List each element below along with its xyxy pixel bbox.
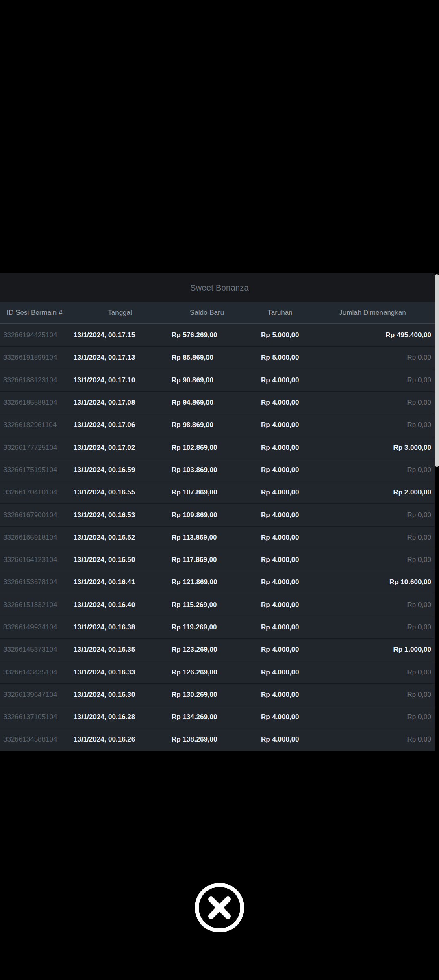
cell-new-balance: Rp 98.869,00	[171, 421, 260, 429]
cell-bet: Rp 4.000,00	[260, 444, 325, 452]
cell-amount-won: Rp 0,00	[325, 713, 435, 721]
table-row: 3326618296110413/1/2024, 00.17.06Rp 98.8…	[0, 414, 439, 436]
close-button[interactable]	[193, 881, 246, 934]
cell-date: 13/1/2024, 00.16.30	[69, 691, 171, 699]
table-row: 3326619442510413/1/2024, 00.17.15Rp 576.…	[0, 324, 439, 346]
cell-amount-won: Rp 0,00	[325, 668, 435, 676]
cell-date: 13/1/2024, 00.16.28	[69, 713, 171, 721]
cell-new-balance: Rp 576.269,00	[171, 331, 260, 339]
cell-bet: Rp 4.000,00	[260, 578, 325, 586]
cell-session-id: 33266165918104	[0, 533, 69, 542]
cell-bet: Rp 4.000,00	[260, 601, 325, 609]
table-row: 3326616412310413/1/2024, 00.16.50Rp 117.…	[0, 549, 439, 571]
table-row: 3326613458810413/1/2024, 00.16.26Rp 138.…	[0, 728, 439, 750]
cell-bet: Rp 4.000,00	[260, 376, 325, 384]
cell-amount-won: Rp 0,00	[325, 556, 435, 564]
cell-new-balance: Rp 102.869,00	[171, 444, 260, 452]
cell-date: 13/1/2024, 00.16.41	[69, 578, 171, 586]
table-row: 3326615183210413/1/2024, 00.16.40Rp 115.…	[0, 594, 439, 616]
table-row: 3326614343510413/1/2024, 00.16.33Rp 126.…	[0, 661, 439, 683]
cell-amount-won: Rp 0,00	[325, 376, 435, 384]
cell-amount-won: Rp 2.000,00	[325, 488, 435, 497]
scrollbar-thumb[interactable]	[435, 274, 439, 467]
column-header-amount-won: Jumlah Dimenangkan	[325, 309, 435, 317]
cell-date: 13/1/2024, 00.17.02	[69, 444, 171, 452]
cell-new-balance: Rp 117.869,00	[171, 556, 260, 564]
cell-date: 13/1/2024, 00.16.53	[69, 511, 171, 519]
cell-session-id: 33266182961104	[0, 421, 69, 429]
modal-title-bar: Sweet Bonanza	[0, 273, 439, 302]
cell-session-id: 33266194425104	[0, 331, 69, 339]
cell-bet: Rp 4.000,00	[260, 556, 325, 564]
cell-amount-won: Rp 0,00	[325, 735, 435, 744]
cell-amount-won: Rp 3.000,00	[325, 444, 435, 452]
cell-amount-won: Rp 0,00	[325, 399, 435, 407]
cell-session-id: 33266188123104	[0, 376, 69, 384]
cell-bet: Rp 4.000,00	[260, 511, 325, 519]
cell-new-balance: Rp 103.869,00	[171, 466, 260, 474]
cell-bet: Rp 4.000,00	[260, 713, 325, 721]
cell-session-id: 33266185588104	[0, 399, 69, 407]
cell-amount-won: Rp 495.400,00	[325, 331, 435, 339]
cell-date: 13/1/2024, 00.16.59	[69, 466, 171, 474]
column-header-bet: Taruhan	[260, 309, 325, 317]
cell-amount-won: Rp 1.000,00	[325, 646, 435, 654]
cell-date: 13/1/2024, 00.16.55	[69, 488, 171, 497]
column-header-session-id: ID Sesi Bermain #	[0, 309, 69, 317]
table-row: 3326619189910413/1/2024, 00.17.13Rp 85.8…	[0, 346, 439, 369]
cell-session-id: 33266137105104	[0, 713, 69, 721]
cell-date: 13/1/2024, 00.16.38	[69, 623, 171, 631]
cell-amount-won: Rp 0,00	[325, 623, 435, 631]
cell-date: 13/1/2024, 00.17.06	[69, 421, 171, 429]
cell-new-balance: Rp 138.269,00	[171, 735, 260, 744]
cell-date: 13/1/2024, 00.16.52	[69, 533, 171, 542]
cell-bet: Rp 4.000,00	[260, 399, 325, 407]
cell-new-balance: Rp 113.869,00	[171, 533, 260, 542]
cell-new-balance: Rp 85.869,00	[171, 353, 260, 362]
cell-new-balance: Rp 130.269,00	[171, 691, 260, 699]
cell-bet: Rp 4.000,00	[260, 421, 325, 429]
table-row: 3326617041010413/1/2024, 00.16.55Rp 107.…	[0, 481, 439, 503]
scrollbar-track[interactable]	[435, 273, 439, 751]
cell-session-id: 33266177725104	[0, 444, 69, 452]
cell-new-balance: Rp 90.869,00	[171, 376, 260, 384]
table-row: 3326614537310413/1/2024, 00.16.35Rp 123.…	[0, 638, 439, 661]
cell-date: 13/1/2024, 00.17.10	[69, 376, 171, 384]
cell-session-id: 33266143435104	[0, 668, 69, 676]
cell-bet: Rp 4.000,00	[260, 646, 325, 654]
cell-date: 13/1/2024, 00.16.50	[69, 556, 171, 564]
cell-new-balance: Rp 121.869,00	[171, 578, 260, 586]
cell-date: 13/1/2024, 00.16.26	[69, 735, 171, 744]
column-header-new-balance: Saldo Baru	[171, 309, 260, 317]
cell-session-id: 33266164123104	[0, 556, 69, 564]
cell-amount-won: Rp 0,00	[325, 511, 435, 519]
cell-bet: Rp 4.000,00	[260, 623, 325, 631]
cell-new-balance: Rp 123.269,00	[171, 646, 260, 654]
cell-session-id: 33266191899104	[0, 353, 69, 362]
column-header-date: Tanggal	[69, 309, 171, 317]
cell-bet: Rp 4.000,00	[260, 466, 325, 474]
cell-session-id: 33266145373104	[0, 646, 69, 654]
cell-date: 13/1/2024, 00.17.08	[69, 399, 171, 407]
cell-new-balance: Rp 107.869,00	[171, 488, 260, 497]
cell-amount-won: Rp 0,00	[325, 466, 435, 474]
table-row: 3326616790010413/1/2024, 00.16.53Rp 109.…	[0, 503, 439, 526]
cell-session-id: 33266134588104	[0, 735, 69, 744]
cell-session-id: 33266175195104	[0, 466, 69, 474]
cell-bet: Rp 5.000,00	[260, 331, 325, 339]
game-history-modal: Sweet Bonanza ID Sesi Bermain # Tanggal …	[0, 273, 439, 751]
cell-amount-won: Rp 0,00	[325, 353, 435, 362]
game-title: Sweet Bonanza	[190, 283, 249, 293]
cell-session-id: 33266139647104	[0, 691, 69, 699]
cell-amount-won: Rp 0,00	[325, 691, 435, 699]
cell-amount-won: Rp 10.600,00	[325, 578, 435, 586]
cell-date: 13/1/2024, 00.17.15	[69, 331, 171, 339]
cell-bet: Rp 4.000,00	[260, 668, 325, 676]
cell-bet: Rp 4.000,00	[260, 691, 325, 699]
table-row: 3326615367810413/1/2024, 00.16.41Rp 121.…	[0, 571, 439, 593]
cell-date: 13/1/2024, 00.16.33	[69, 668, 171, 676]
cell-date: 13/1/2024, 00.17.13	[69, 353, 171, 362]
cell-amount-won: Rp 0,00	[325, 421, 435, 429]
cell-date: 13/1/2024, 00.16.35	[69, 646, 171, 654]
close-circle-x-icon	[193, 881, 246, 934]
